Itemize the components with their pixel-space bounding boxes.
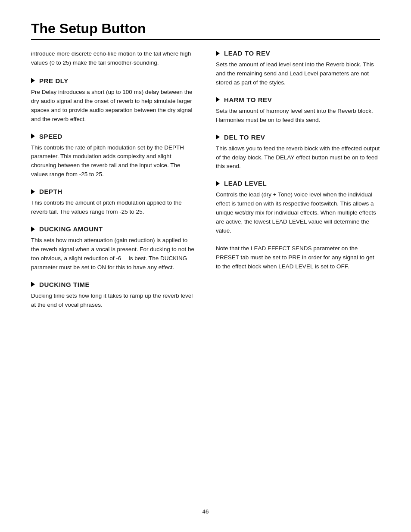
arrow-icon-depth xyxy=(31,189,35,194)
section-header-lead-level: LEAD LEVEL xyxy=(216,180,380,187)
section-speed: SPEED This controls the rate of pitch mo… xyxy=(31,133,195,180)
section-ducking-time: DUCKING TIME Ducking time sets how long … xyxy=(31,281,195,310)
page: The Setup Button introduce more discrete… xyxy=(0,0,411,532)
section-header-depth: DEPTH xyxy=(31,188,195,195)
section-header-pre-dly: PRE DLY xyxy=(31,77,195,84)
section-body-lead-to-rev: Sets the amount of lead level sent into … xyxy=(216,60,380,87)
arrow-icon-del-to-rev xyxy=(216,134,220,140)
title-divider xyxy=(31,39,380,40)
section-del-to-rev: DEL to REV This allows you to feed the r… xyxy=(216,134,380,171)
page-number: 46 xyxy=(0,508,411,515)
section-lead-level: LEAD LEVEL Controls the lead (dry + Tone… xyxy=(216,180,380,236)
section-header-speed: SPEED xyxy=(31,133,195,140)
section-title-depth: DEPTH xyxy=(39,188,62,195)
section-title-speed: SPEED xyxy=(39,133,62,140)
section-title-lead-level: LEAD LEVEL xyxy=(224,180,267,187)
section-pre-dly: PRE DLY Pre Delay introduces a short (up… xyxy=(31,77,195,124)
section-header-ducking-amount: DUCKING AMOUNT xyxy=(31,225,195,233)
section-body-ducking-time: Ducking time sets how long it takes to r… xyxy=(31,292,195,310)
left-column: introduce more discrete echo-like motion… xyxy=(31,50,195,318)
section-ducking-amount: DUCKING AMOUNT This sets how much attenu… xyxy=(31,225,195,272)
arrow-icon-speed xyxy=(31,134,35,139)
arrow-icon-ducking-time xyxy=(31,282,35,287)
section-body-pre-dly: Pre Delay introduces a short (up to 100 … xyxy=(31,88,195,124)
section-header-ducking-time: DUCKING TIME xyxy=(31,281,195,288)
arrow-icon-harm-to-rev xyxy=(216,97,220,102)
section-body-lead-level: Controls the lead (dry + Tone) voice lev… xyxy=(216,190,380,236)
section-title-pre-dly: PRE DLY xyxy=(39,77,68,84)
section-header-lead-to-rev: LEAD to REV xyxy=(216,50,380,57)
section-body-speed: This controls the rate of pitch modulati… xyxy=(31,143,195,180)
section-lead-level-note: Note that the LEAD EFFECT SENDS paramete… xyxy=(216,244,380,271)
section-depth: DEPTH This controls the amount of pitch … xyxy=(31,188,195,217)
section-body-ducking-amount: This sets how much attenuation (gain red… xyxy=(31,236,195,272)
page-title: The Setup Button xyxy=(31,21,380,37)
section-title-del-to-rev: DEL to REV xyxy=(224,134,265,141)
section-body-harm-to-rev: Sets the amount of harmony level sent in… xyxy=(216,107,380,125)
section-header-del-to-rev: DEL to REV xyxy=(216,134,380,141)
section-title-lead-to-rev: LEAD to REV xyxy=(224,50,270,57)
arrow-icon-lead-level xyxy=(216,181,220,186)
section-title-ducking-time: DUCKING TIME xyxy=(39,281,90,288)
arrow-icon-pre-dly xyxy=(31,78,35,83)
section-title-harm-to-rev: HARM to REV xyxy=(224,96,272,103)
intro-text: introduce more discrete echo-like motion… xyxy=(31,50,195,68)
section-harm-to-rev: HARM to REV Sets the amount of harmony l… xyxy=(216,96,380,125)
two-column-layout: introduce more discrete echo-like motion… xyxy=(31,50,380,318)
section-body-depth: This controls the amount of pitch modula… xyxy=(31,199,195,217)
section-body-del-to-rev: This allows you to feed the reverb block… xyxy=(216,144,380,171)
section-lead-to-rev: LEAD to REV Sets the amount of lead leve… xyxy=(216,50,380,87)
section-header-harm-to-rev: HARM to REV xyxy=(216,96,380,103)
arrow-icon-ducking-amount xyxy=(31,227,35,232)
section-title-ducking-amount: DUCKING AMOUNT xyxy=(39,225,103,233)
arrow-icon-lead-to-rev xyxy=(216,51,220,56)
right-column: LEAD to REV Sets the amount of lead leve… xyxy=(216,50,380,318)
section-body-lead-level-note: Note that the LEAD EFFECT SENDS paramete… xyxy=(216,244,380,271)
